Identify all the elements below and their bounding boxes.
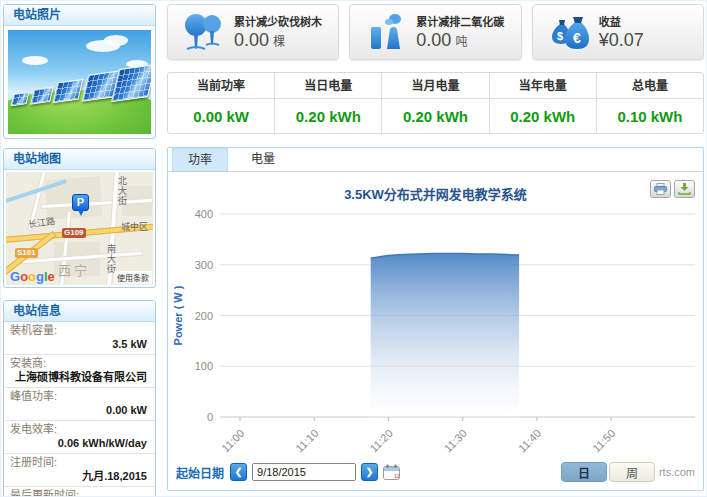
stat-monthly-energy: 当月电量 0.20 kWh bbox=[381, 73, 488, 133]
svg-text:$: $ bbox=[557, 30, 563, 42]
amcharts-watermark[interactable]: rts.com bbox=[659, 466, 695, 478]
range-week-button[interactable]: 周 bbox=[609, 462, 655, 482]
svg-text:11:00: 11:00 bbox=[219, 427, 246, 454]
info-label: 峰值功率: bbox=[10, 390, 149, 403]
stat-value: 0.20 kWh bbox=[382, 99, 488, 133]
info-label: 发电效率: bbox=[10, 423, 149, 436]
map-label-beidajie: 北大街 bbox=[116, 176, 129, 206]
range-day-button[interactable]: 日 bbox=[561, 462, 607, 482]
svg-text:400: 400 bbox=[195, 208, 213, 220]
main-content: 累计减少砍伐树木 0.00棵 累计减排二氧化碳 0.00吨 bbox=[167, 4, 704, 491]
station-photo-title: 电站照片 bbox=[4, 5, 155, 26]
summary-cards: 累计减少砍伐树木 0.00棵 累计减排二氧化碳 0.00吨 bbox=[167, 4, 704, 60]
svg-text:300: 300 bbox=[195, 259, 213, 271]
info-label: 安装商: bbox=[10, 357, 149, 370]
info-row: 最后更新时间: 九月.18 11:27,GMT +8,2015 bbox=[4, 487, 155, 497]
svg-text:100: 100 bbox=[195, 360, 213, 372]
info-row: 安装商: 上海硕博科教设备有限公司 bbox=[4, 355, 155, 388]
info-label: 装机容量: bbox=[10, 324, 149, 337]
stat-header: 当年电量 bbox=[490, 73, 596, 99]
svg-text:11:50: 11:50 bbox=[590, 427, 617, 454]
money-bags-icon: $ € bbox=[547, 12, 591, 52]
power-area-chart[interactable]: 010020030040011:0011:1011:2011:3011:4011… bbox=[168, 204, 701, 457]
card-revenue: $ € 收益 ¥0.07 bbox=[532, 4, 704, 60]
card-label: 累计减少砍伐树木 bbox=[234, 13, 322, 29]
card-unit: 棵 bbox=[273, 35, 285, 49]
download-button[interactable] bbox=[674, 180, 695, 198]
stat-value: 0.20 kWh bbox=[490, 99, 596, 133]
info-row: 注册时间: 九月.18,2015 bbox=[4, 454, 155, 487]
map-badge-s101: S101 bbox=[15, 248, 38, 258]
card-label: 收益 bbox=[599, 13, 648, 29]
card-value: 0.00 bbox=[234, 30, 269, 50]
svg-text:€: € bbox=[573, 30, 581, 46]
start-date-input[interactable] bbox=[252, 463, 356, 481]
map-badge-g109: G109 bbox=[62, 228, 86, 238]
card-label: 累计减排二氧化碳 bbox=[416, 13, 504, 29]
station-info-panel: 电站信息 装机容量: 3.5 kW 安装商: 上海硕博科教设备有限公司 峰值功率… bbox=[3, 300, 156, 497]
chart-footer: 起始日期 ❮ ❯ 12 日 周 rts.com bbox=[168, 460, 703, 484]
calendar-icon: 12 bbox=[383, 464, 400, 480]
station-photo-image bbox=[8, 30, 151, 134]
range-toggle-group: 日 周 rts.com bbox=[561, 462, 695, 482]
station-info-list: 装机容量: 3.5 kW 安装商: 上海硕博科教设备有限公司 峰值功率: 0.0… bbox=[4, 322, 155, 497]
stat-header: 当前功率 bbox=[168, 73, 274, 99]
map-label-nandajie: 南大街 bbox=[105, 244, 118, 274]
dashboard-page: 电站照片 电站地图 bbox=[0, 0, 707, 497]
printer-icon bbox=[654, 183, 667, 195]
map-marker-station[interactable]: P bbox=[72, 194, 89, 211]
cooling-towers-icon bbox=[364, 12, 408, 52]
chart-title: 3.5KW分布式并网发电教学系统 bbox=[168, 172, 703, 202]
info-value: 九月.18,2015 bbox=[10, 469, 149, 485]
svg-text:11:30: 11:30 bbox=[442, 427, 469, 454]
map-label-chengzhongqu: 城中区 bbox=[121, 220, 148, 233]
map-label-changjianglu: 长江路 bbox=[27, 214, 56, 231]
print-button[interactable] bbox=[650, 180, 671, 198]
info-row: 发电效率: 0.06 kWh/kW/day bbox=[4, 421, 155, 454]
trees-icon bbox=[182, 12, 226, 52]
map-label-xining: 西宁 bbox=[58, 260, 90, 279]
tab-power[interactable]: 功率 bbox=[172, 148, 228, 171]
stat-value: 0.10 kWh bbox=[597, 99, 703, 133]
info-value: 3.5 kW bbox=[10, 337, 149, 353]
card-value: 0.00 bbox=[416, 30, 451, 50]
chart-panel: 功率 电量 3.5KW分布式并网发电教学系统 bbox=[167, 147, 704, 491]
info-value: 0.00 kW bbox=[10, 403, 149, 419]
info-row: 装机容量: 3.5 kW bbox=[4, 322, 155, 355]
station-photo-panel: 电站照片 bbox=[3, 4, 156, 139]
svg-text:11:10: 11:10 bbox=[293, 427, 320, 454]
start-date-label: 起始日期 bbox=[176, 464, 224, 481]
station-map-panel: 电站地图 北大街 南大街 城中区 长江路 西宁 G109 S101 bbox=[3, 148, 156, 288]
cloud-shape bbox=[22, 56, 48, 65]
chart-export-buttons bbox=[650, 180, 695, 198]
station-map[interactable]: 北大街 南大街 城中区 长江路 西宁 G109 S101 P Google 使用… bbox=[6, 172, 153, 285]
card-co2-reduced: 累计减排二氧化碳 0.00吨 bbox=[349, 4, 521, 60]
info-row: 峰值功率: 0.00 kW bbox=[4, 388, 155, 421]
stat-total-energy: 总电量 0.10 kWh bbox=[596, 73, 703, 133]
svg-text:12: 12 bbox=[394, 473, 400, 479]
stat-header: 当日电量 bbox=[275, 73, 381, 99]
solar-panel bbox=[111, 64, 151, 102]
svg-text:0: 0 bbox=[207, 411, 213, 423]
card-value: ¥0.07 bbox=[599, 30, 644, 50]
stat-value: 0.00 kW bbox=[168, 99, 274, 133]
prev-day-button[interactable]: ❮ bbox=[230, 463, 247, 481]
svg-text:11:20: 11:20 bbox=[368, 427, 395, 454]
station-map-title: 电站地图 bbox=[4, 149, 155, 170]
calendar-button[interactable]: 12 bbox=[383, 464, 400, 480]
energy-stats-table: 当前功率 0.00 kW 当日电量 0.20 kWh 当月电量 0.20 kWh… bbox=[167, 72, 704, 134]
next-day-button[interactable]: ❯ bbox=[361, 463, 378, 481]
card-unit: 吨 bbox=[455, 35, 467, 49]
svg-text:Power ( W ): Power ( W ) bbox=[172, 285, 184, 345]
map-terms-link[interactable]: 使用条款 bbox=[114, 271, 152, 284]
station-info-title: 电站信息 bbox=[4, 301, 155, 322]
stat-current-power: 当前功率 0.00 kW bbox=[168, 73, 274, 133]
stat-daily-energy: 当日电量 0.20 kWh bbox=[274, 73, 381, 133]
stat-header: 当月电量 bbox=[382, 73, 488, 99]
info-value: 0.06 kWh/kW/day bbox=[10, 436, 149, 452]
tab-energy[interactable]: 电量 bbox=[236, 148, 290, 171]
info-label: 最后更新时间: bbox=[10, 489, 149, 497]
stat-yearly-energy: 当年电量 0.20 kWh bbox=[489, 73, 596, 133]
google-logo[interactable]: Google bbox=[10, 269, 55, 284]
download-icon bbox=[678, 183, 691, 195]
